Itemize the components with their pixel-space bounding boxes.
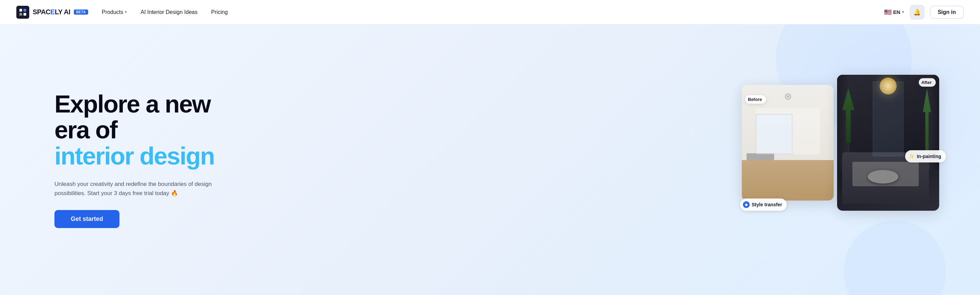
- svg-rect-0: [19, 9, 22, 11]
- logo-text: SPACELY AI: [33, 8, 70, 16]
- inpainting-label: In-painting: [917, 154, 941, 159]
- after-table: [868, 170, 898, 184]
- svg-rect-1: [19, 13, 22, 16]
- hero-title: Explore a new era of interior design: [54, 91, 245, 170]
- hero-content: Explore a new era of interior design Unl…: [54, 91, 245, 228]
- logo[interactable]: SPACELY AI BETA: [16, 6, 88, 19]
- get-started-button[interactable]: Get started: [54, 210, 119, 228]
- diamond-icon: ◆: [743, 201, 749, 208]
- pricing-label: Pricing: [211, 9, 228, 15]
- before-label-badge: Before: [745, 95, 766, 104]
- lang-chevron-icon: ▾: [902, 10, 904, 14]
- language-selector[interactable]: 🇺🇸 EN ▾: [884, 8, 904, 16]
- products-label: Products: [102, 9, 123, 15]
- lang-label: EN: [893, 9, 900, 15]
- before-floor: [742, 160, 834, 200]
- wand-icon: ✨: [908, 153, 915, 160]
- style-transfer-badge: ◆ Style transfer: [740, 198, 787, 211]
- beta-badge: BETA: [74, 10, 88, 14]
- notifications-button[interactable]: 🔔: [910, 5, 924, 20]
- signin-label: Sign in: [938, 9, 956, 15]
- hero-title-line1: Explore a new era of: [54, 91, 245, 143]
- nav-left: SPACELY AI BETA Products ▾ AI Interior D…: [16, 6, 228, 19]
- before-baseboard: [746, 153, 774, 160]
- flag-icon: 🇺🇸: [884, 8, 891, 16]
- nav-right: 🇺🇸 EN ▾ 🔔 Sign in: [884, 5, 964, 20]
- chevron-down-icon: ▾: [125, 10, 127, 14]
- ceiling-fan-icon: ⊛: [784, 91, 792, 102]
- before-window: [756, 114, 792, 154]
- nav-products[interactable]: Products ▾: [102, 9, 127, 15]
- before-room-card: ⊛ Before: [742, 85, 834, 200]
- get-started-label: Get started: [71, 216, 103, 222]
- after-label-text: After: [921, 80, 932, 85]
- style-transfer-label: Style transfer: [752, 202, 782, 207]
- after-room-card: After: [837, 75, 939, 211]
- signin-button[interactable]: Sign in: [930, 6, 964, 19]
- logo-icon: [16, 6, 29, 19]
- hero-section: Explore a new era of interior design Unl…: [0, 24, 980, 295]
- nav-pricing[interactable]: Pricing: [211, 9, 228, 15]
- inpainting-badge: ✨ In-painting: [905, 150, 946, 162]
- hero-subtitle: Unleash your creativity and redefine the…: [54, 179, 218, 198]
- bell-icon: 🔔: [913, 8, 921, 16]
- navbar: SPACELY AI BETA Products ▾ AI Interior D…: [0, 0, 980, 24]
- hero-images: ⊛ Before After: [742, 75, 939, 245]
- svg-rect-3: [24, 13, 26, 16]
- ai-design-label: AI Interior Design Ideas: [140, 9, 197, 15]
- nav-ai-design[interactable]: AI Interior Design Ideas: [140, 9, 197, 15]
- hero-title-line2: interior design: [54, 143, 245, 170]
- after-window: [873, 82, 904, 156]
- before-label-text: Before: [748, 97, 762, 102]
- after-label-badge: After: [919, 78, 936, 87]
- after-room-image: [837, 75, 939, 211]
- svg-rect-2: [24, 9, 26, 11]
